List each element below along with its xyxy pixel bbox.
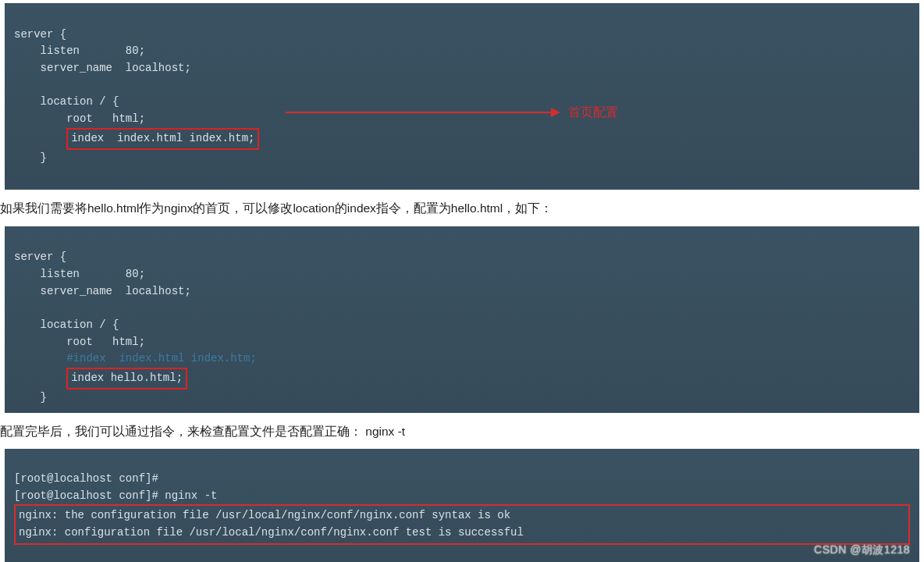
code-block-3: [root@localhost conf]# [root@localhost c… (5, 449, 919, 562)
code-line: location / { (14, 318, 119, 331)
term-line: [root@localhost conf]# nginx -t (14, 489, 217, 502)
term-line: nginx: configuration file /usr/local/ngi… (19, 526, 524, 539)
highlight-box-hello: index hello.html; (66, 368, 187, 389)
arrow-line (286, 112, 551, 113)
code-line: root html; (14, 336, 145, 348)
code-line: } (14, 151, 47, 164)
term-line: [root@localhost conf]# (14, 472, 158, 485)
paragraph-1: 如果我们需要将hello.html作为nginx的首页，可以修改location… (0, 199, 924, 219)
annotation-arrow: 首页配置 (286, 103, 618, 123)
arrow-label: 首页配置 (568, 103, 618, 123)
code-block-2: server { listen 80; server_name localhos… (5, 226, 919, 413)
code-line-comment: #index index.html index.htm; (14, 352, 257, 365)
paragraph-2: 配置完毕后，我们可以通过指令，来检查配置文件是否配置正确： nginx -t (0, 422, 924, 442)
code-line: location / { (14, 95, 119, 108)
code-line: root html; (14, 112, 145, 125)
code-line: listen 80; (14, 44, 145, 57)
code-line: server { (14, 28, 66, 41)
arrow-head-icon (551, 108, 560, 117)
highlight-box-nginx-test: nginx: the configuration file /usr/local… (14, 504, 910, 544)
code-line: server_name localhost; (14, 285, 191, 297)
highlight-box-index: index index.html index.htm; (66, 128, 259, 150)
code-line: listen 80; (14, 268, 145, 280)
term-line: nginx: the configuration file /usr/local… (19, 509, 510, 521)
code-block-1: server { listen 80; server_name localhos… (5, 3, 919, 190)
code-line: } (14, 391, 47, 404)
code-line: server_name localhost; (14, 62, 191, 74)
code-line: server { (14, 251, 66, 263)
